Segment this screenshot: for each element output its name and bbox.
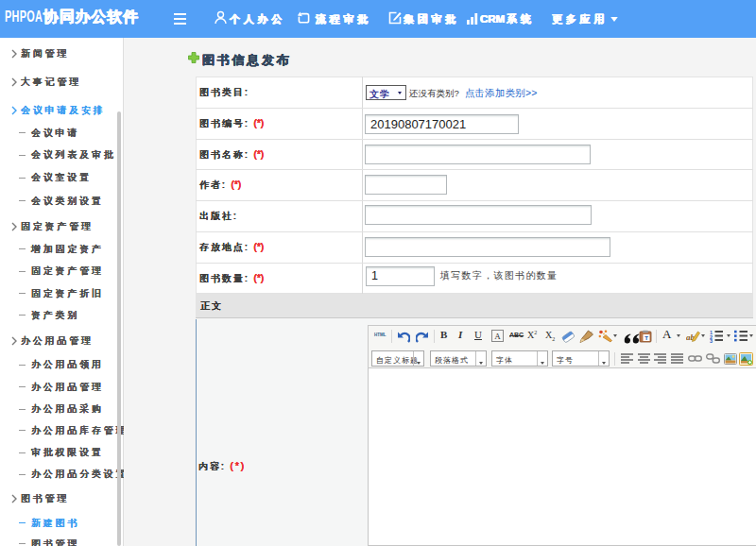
svg-text:3: 3	[710, 338, 713, 343]
svg-text:T: T	[644, 335, 648, 341]
